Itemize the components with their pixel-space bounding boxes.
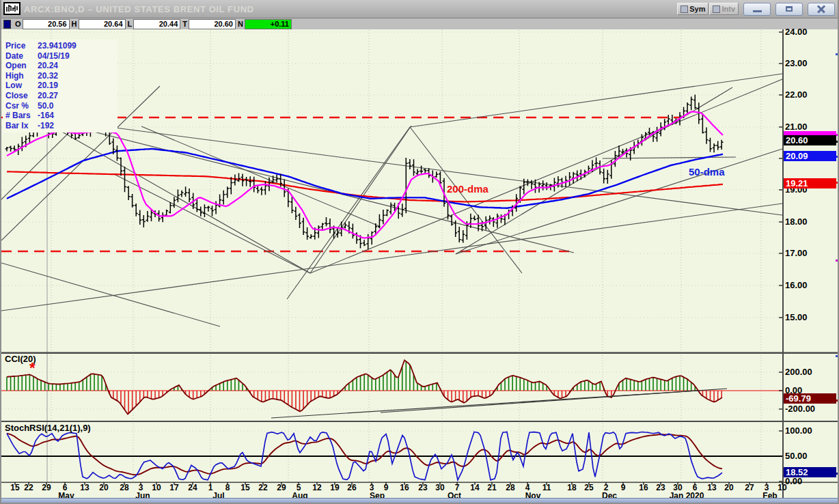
x-axis-day-label: 17 bbox=[169, 483, 178, 492]
info-panel-row: Low20.19 bbox=[5, 81, 118, 91]
intv-button-label: Intv bbox=[721, 5, 735, 13]
x-axis-day-label: 13 bbox=[80, 483, 89, 492]
intv-button[interactable]: Intv bbox=[709, 3, 739, 15]
x-axis-day-label: 24 bbox=[188, 483, 197, 492]
x-axis-day-label: 20 bbox=[724, 483, 733, 492]
quote-trade-value: 20.60 bbox=[189, 19, 236, 29]
label-50dma: 50-dma bbox=[689, 166, 725, 178]
quote-netchange-value: +0.11 bbox=[245, 19, 292, 29]
info-row-value: 50.0 bbox=[38, 101, 53, 111]
x-axis-day-label: 12 bbox=[312, 483, 321, 492]
x-axis-day-label: 20 bbox=[99, 483, 108, 492]
cci-asterisk-marker: * bbox=[29, 359, 36, 377]
x-axis-day-label: 29 bbox=[42, 483, 51, 492]
titlebar-buttons: Sym Intv bbox=[676, 3, 838, 16]
minimize-button[interactable] bbox=[743, 3, 771, 16]
info-row-label: Low bbox=[5, 81, 22, 90]
cci-value-box: -69.79 bbox=[784, 393, 836, 404]
price-value-box: 20.09 bbox=[784, 151, 836, 161]
info-row-value: 20.19 bbox=[38, 81, 58, 90]
x-axis-day-label: 25 bbox=[584, 483, 593, 492]
x-axis-day-label: 10 bbox=[152, 483, 161, 492]
titlebar[interactable]: ARCX:BNO,D – UNITED STATES BRENT OIL FUN… bbox=[1, 0, 838, 18]
info-row-value: 04/15/19 bbox=[38, 51, 70, 61]
quote-low-value: 20.44 bbox=[133, 19, 180, 29]
info-panel-row: Price23.941099 bbox=[5, 41, 118, 51]
x-axis-day-label: 22 bbox=[258, 483, 267, 492]
info-panel-row: High20.32 bbox=[5, 71, 118, 81]
x-axis-day-label: 13 bbox=[707, 483, 716, 492]
x-axis-day-label: 21 bbox=[487, 483, 496, 492]
x-axis-day-label: 10 bbox=[778, 483, 786, 492]
info-row-label: # Bars bbox=[5, 111, 31, 120]
x-axis-day-label: 16 bbox=[400, 483, 409, 492]
info-panel-row: Csr %50.0 bbox=[5, 101, 118, 111]
price-value-box: 20.60 bbox=[784, 135, 836, 145]
x-axis-day-label: 27 bbox=[745, 483, 754, 492]
intv-icon bbox=[713, 5, 720, 13]
x-axis-day-label: 16 bbox=[639, 483, 648, 492]
info-row-label: Csr % bbox=[5, 101, 29, 111]
panel-divider bbox=[1, 352, 839, 354]
edge-marker bbox=[836, 53, 839, 55]
sym-button-label: Sym bbox=[689, 5, 705, 13]
info-row-label: Price bbox=[5, 41, 25, 51]
x-axis-day-label: 15 bbox=[240, 483, 249, 492]
info-row-label: Date bbox=[5, 51, 23, 61]
x-axis-day-label: 9 bbox=[621, 483, 626, 492]
window-title: ARCX:BNO,D – UNITED STATES BRENT OIL FUN… bbox=[24, 4, 254, 14]
info-panel-row: Bar Ix-192 bbox=[5, 121, 118, 131]
price-value-box: 19.21 bbox=[784, 178, 836, 188]
price-axis-label: 23.00 bbox=[785, 58, 808, 68]
stoch-axis-label: 100.00 bbox=[785, 425, 812, 436]
quote-marker bbox=[3, 20, 11, 29]
maximize-icon bbox=[786, 6, 793, 12]
close-button[interactable] bbox=[808, 3, 835, 16]
x-axis-day-label: 26 bbox=[347, 483, 356, 492]
quote-open-value: 20.56 bbox=[23, 19, 70, 29]
x-axis-day-label: 15 bbox=[10, 483, 19, 492]
price-axis-label: 22.00 bbox=[785, 89, 808, 100]
stoch-panel-label: StochRSI(14,21(1),9) bbox=[5, 423, 91, 433]
cci-axis-label: 200.00 bbox=[785, 367, 812, 377]
info-panel-row: # Bars-164 bbox=[5, 111, 118, 121]
info-row-value: 20.32 bbox=[38, 71, 58, 81]
x-axis-day-label: 23 bbox=[656, 483, 665, 492]
stoch-axis-label: 50.00 bbox=[785, 451, 808, 461]
x-axis-day-label: 28 bbox=[506, 483, 514, 492]
price-axis-label: 15.00 bbox=[785, 312, 808, 322]
edge-marker bbox=[836, 355, 839, 357]
quote-high-label: H bbox=[72, 20, 77, 28]
x-axis-day-label: 22 bbox=[24, 483, 33, 492]
chart-window: ARCX:BNO,D – UNITED STATES BRENT OIL FUN… bbox=[0, 0, 839, 504]
app-icon bbox=[3, 2, 21, 16]
x-axis-day-label: 11 bbox=[542, 483, 551, 492]
stoch-axis-label: 0.00 bbox=[785, 476, 802, 486]
minimize-icon bbox=[753, 10, 762, 12]
panel-divider bbox=[1, 421, 839, 422]
info-row-value: -164 bbox=[38, 111, 54, 120]
window-bottom-border bbox=[1, 498, 838, 503]
info-row-value: 20.24 bbox=[38, 61, 58, 70]
maximize-button[interactable] bbox=[775, 3, 803, 16]
label-200dma: 200-dma bbox=[447, 183, 489, 195]
info-panel-row: Date04/15/19 bbox=[5, 51, 118, 61]
info-row-label: Bar Ix bbox=[5, 121, 28, 130]
sym-button[interactable]: Sym bbox=[677, 3, 709, 15]
info-panel-row: Open20.24 bbox=[5, 61, 118, 71]
info-row-label: Open bbox=[5, 61, 27, 70]
quote-netchange-label: N bbox=[238, 20, 243, 28]
x-axis-day-label: 28 bbox=[120, 483, 128, 492]
info-row-label: High bbox=[5, 71, 24, 81]
x-axis-day-label: 18 bbox=[567, 483, 576, 492]
info-row-value: -192 bbox=[38, 121, 54, 130]
x-axis-day-label: 8 bbox=[225, 483, 230, 492]
y-axis-line bbox=[782, 29, 784, 499]
edge-marker bbox=[836, 260, 839, 262]
price-axis-label: 21.00 bbox=[785, 122, 808, 132]
x-axis-day-label: 30 bbox=[435, 483, 444, 492]
quote-high-value: 20.64 bbox=[79, 19, 126, 29]
price-axis-label: 18.00 bbox=[785, 216, 808, 227]
info-row-value: 20.27 bbox=[38, 91, 58, 100]
price-axis-label: 17.00 bbox=[785, 248, 808, 258]
